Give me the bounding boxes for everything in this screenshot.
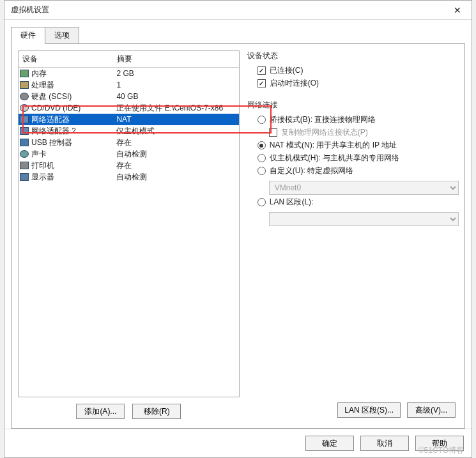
tab-hardware[interactable]: 硬件 [11,27,45,44]
radio-custom[interactable]: 自定义(U): 特定虚拟网络 [257,165,458,176]
header-device: 设备 [22,54,117,65]
device-summary: 1 [116,80,237,89]
device-summary: NAT [116,115,237,124]
chk-connected-label: 已连接(C) [270,65,303,76]
checkbox-icon [269,128,277,137]
device-summary: 自动检测 [116,172,237,183]
device-name: 声卡 [31,149,47,160]
device-name: 网络适配器 [31,114,70,125]
checkbox-icon [257,66,266,75]
device-name: 内存 [31,68,47,79]
device-name: 打印机 [31,160,54,171]
device-row[interactable]: CD/DVD (IDE)正在使用文件 E:\CentOS-7-x86 [19,102,239,114]
cd-icon [20,104,29,112]
radio-lan-label: LAN 区段(L): [270,197,314,208]
device-name: 处理器 [31,80,54,91]
device-name: 显示器 [31,172,54,183]
lan-segment-select [269,212,459,226]
checkbox-icon [257,79,266,88]
radio-custom-label: 自定义(U): 特定虚拟网络 [270,165,353,176]
radio-bridged[interactable]: 桥接模式(B): 直接连接物理网络 [257,114,458,125]
device-summary: 仅主机模式 [116,126,237,137]
bottom-bar: 确定 取消 帮助 ©51CTO博客 [4,429,472,457]
ok-button[interactable]: 确定 [305,436,354,451]
net-icon [20,127,29,135]
device-row[interactable]: USB 控制器存在 [19,137,239,148]
radio-icon [257,198,266,206]
chk-replicate-label: 复制物理网络连接状态(P) [281,127,368,138]
group-device-status: 设备状态 已连接(C) 启动时连接(O) [247,50,458,91]
network-title: 网络连接 [247,100,458,111]
radio-hostonly[interactable]: 仅主机模式(H): 与主机共享的专用网络 [257,153,458,164]
device-row[interactable]: 网络适配器 2仅主机模式 [19,125,239,137]
remove-button[interactable]: 移除(R) [132,404,181,419]
printer-icon [20,162,29,169]
advanced-button[interactable]: 高级(V)... [407,402,456,418]
device-list: 设备 摘要 内存2 GB处理器1硬盘 (SCSI)40 GBCD/DVD (ID… [18,50,240,397]
chk-connect-at-power-label: 启动时连接(O) [270,78,319,89]
radio-icon [257,141,266,149]
device-status-title: 设备状态 [247,50,458,61]
device-summary: 40 GB [116,92,237,101]
device-summary: 自动检测 [116,149,237,160]
radio-nat[interactable]: NAT 模式(N): 用于共享主机的 IP 地址 [257,140,458,151]
device-name: 网络适配器 2 [31,126,76,137]
tab-options[interactable]: 选项 [45,27,79,44]
disk-icon [20,93,29,100]
tab-body: 设备 摘要 内存2 GB处理器1硬盘 (SCSI)40 GBCD/DVD (ID… [11,43,465,429]
chk-replicate: 复制物理网络连接状态(P) [269,127,458,138]
right-column: 设备状态 已连接(C) 启动时连接(O) 网络连接 桥接模式(B): 直接连接物 [247,50,458,422]
group-network: 网络连接 桥接模式(B): 直接连接物理网络 复制物理网络连接状态(P) NAT… [247,100,458,226]
radio-icon [257,167,266,175]
mem-icon [20,70,29,77]
radio-hostonly-label: 仅主机模式(H): 与主机共享的专用网络 [270,153,399,164]
device-row[interactable]: 网络适配器NAT [19,114,239,125]
vm-settings-dialog: 虚拟机设置 ✕ 硬件 选项 设备 摘要 内存2 GB处理器1硬盘 (SCSI)4… [4,0,472,458]
device-buttons: 添加(A)... 移除(R) [18,397,240,422]
device-name: 硬盘 (SCSI) [31,91,72,102]
radio-icon [257,116,266,124]
radio-lan[interactable]: LAN 区段(L): [257,197,458,208]
device-summary: 正在使用文件 E:\CentOS-7-x86 [116,103,237,114]
net-icon [20,116,29,123]
dialog-title: 虚拟机设置 [11,4,49,15]
header-summary: 摘要 [117,54,235,65]
lan-segments-button[interactable]: LAN 区段(S)... [337,402,401,418]
cpu-icon [20,81,29,89]
radio-icon [257,154,266,162]
titlebar: 虚拟机设置 ✕ [4,1,472,20]
device-name: CD/DVD (IDE) [31,103,81,112]
radio-nat-label: NAT 模式(N): 用于共享主机的 IP 地址 [270,140,397,151]
close-icon: ✕ [454,5,461,15]
device-row[interactable]: 内存2 GB [19,68,239,79]
device-summary: 存在 [116,160,237,171]
device-summary: 存在 [116,137,237,148]
device-row[interactable]: 打印机存在 [19,160,239,171]
device-row[interactable]: 硬盘 (SCSI)40 GB [19,91,239,102]
right-button-row: LAN 区段(S)... 高级(V)... [247,400,458,422]
add-button[interactable]: 添加(A)... [76,404,125,419]
sound-icon [20,150,29,158]
content-area: 硬件 选项 设备 摘要 内存2 GB处理器1硬盘 (SCSI)40 GBCD/D… [4,20,472,429]
custom-vmnet-select: VMnet0 [269,181,459,195]
device-row[interactable]: 显示器自动检测 [19,171,239,183]
device-row[interactable]: 处理器1 [19,79,239,91]
radio-bridged-label: 桥接模式(B): 直接连接物理网络 [270,114,376,125]
close-button[interactable]: ✕ [443,1,472,20]
display-icon [20,173,29,181]
device-list-body[interactable]: 内存2 GB处理器1硬盘 (SCSI)40 GBCD/DVD (IDE)正在使用… [19,68,239,397]
device-name: USB 控制器 [31,137,72,148]
device-row[interactable]: 声卡自动检测 [19,148,239,160]
watermark: ©51CTO博客 [418,445,464,456]
tabs: 硬件 选项 [11,27,465,44]
left-column: 设备 摘要 内存2 GB处理器1硬盘 (SCSI)40 GBCD/DVD (ID… [18,50,240,422]
device-summary: 2 GB [116,69,237,78]
device-list-header: 设备 摘要 [19,51,239,68]
chk-connected[interactable]: 已连接(C) [257,65,458,76]
chk-connect-at-power[interactable]: 启动时连接(O) [257,78,458,89]
usb-icon [20,139,29,146]
cancel-button[interactable]: 取消 [360,436,409,451]
